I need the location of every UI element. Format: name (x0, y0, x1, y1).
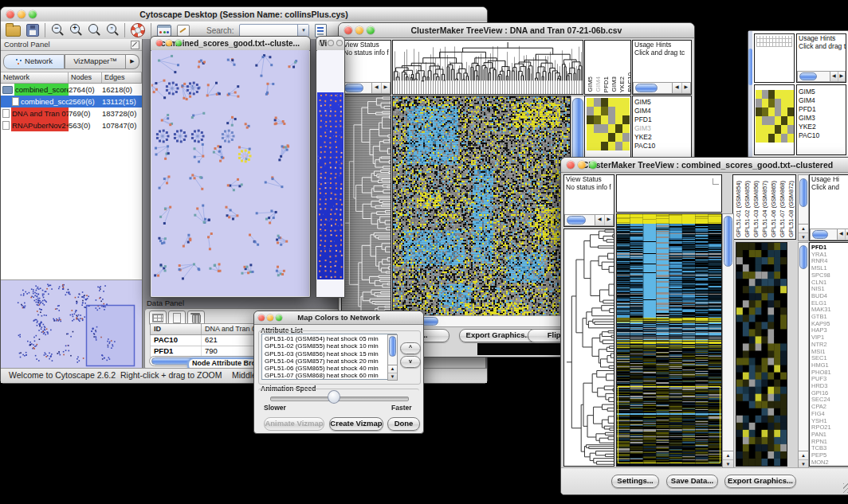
zoom-in-icon[interactable]: + (69, 24, 82, 37)
attribute-item[interactable]: GPL51-03 (GSM856) heat shock 15 min (265, 350, 396, 357)
hscrollbar[interactable]: ◀▶ (342, 82, 391, 94)
hscrollbar[interactable]: ◀▶ (564, 214, 614, 226)
row-dendrogram-canvas[interactable] (342, 96, 391, 326)
column-label[interactable]: PAC10 (626, 72, 631, 92)
attribute-list-vscrollbar[interactable]: ▲▼ (387, 334, 398, 381)
row-dendrogram-panel[interactable] (341, 96, 391, 326)
scroll-down-arrow[interactable]: ▼ (799, 233, 808, 241)
column-label[interactable]: GIM3 (610, 76, 618, 92)
zoom-out-icon[interactable]: − (51, 24, 64, 37)
settings-button[interactable]: Settings... (611, 475, 659, 488)
help-icon[interactable] (131, 23, 145, 37)
column-dendrogram-canvas[interactable] (393, 41, 583, 94)
move-up-button[interactable]: ^ (400, 342, 421, 354)
annotation-icon[interactable] (177, 25, 190, 37)
scrollbar-thumb[interactable] (799, 178, 807, 207)
zoom-actual-icon[interactable] (88, 24, 100, 37)
column-label[interactable]: YKE2 (618, 76, 626, 92)
scroll-up-arrow[interactable]: ▲ (723, 451, 733, 460)
row-dendrogram-panel[interactable] (563, 229, 614, 467)
scroll-right-arrow[interactable]: ▶ (605, 215, 614, 225)
column-label[interactable]: GIM4 (595, 76, 602, 92)
treeview2-titlebar[interactable]: ClusterMaker TreeView : combined_scores_… (561, 158, 848, 173)
network-row-rnapuber[interactable]: RNAPuberNov2+| 563(0) 107847(0) (1, 119, 142, 131)
move-down-button[interactable]: v (400, 356, 421, 368)
report-icon[interactable] (315, 24, 327, 37)
network-row-combined-scores[interactable]: combined_scores 2764(0) 16218(0) (1, 84, 142, 96)
gene-label[interactable]: YKE2 (633, 133, 691, 142)
zoom-heatmap-canvas[interactable] (736, 243, 787, 466)
scrollbar-thumb[interactable] (635, 84, 658, 92)
scrollbar-thumb[interactable] (389, 336, 396, 357)
labels-vscrollbar[interactable]: ▲▼ (798, 174, 809, 241)
scroll-left-arrow[interactable]: ◀ (830, 72, 838, 81)
minimize-button[interactable] (267, 315, 273, 321)
network-overview-panel[interactable] (1, 279, 142, 369)
minimize-button[interactable] (355, 26, 363, 34)
search-dropdown-arrow[interactable]: ▼ (297, 25, 308, 37)
gene-label[interactable]: PAC10 (797, 131, 846, 140)
hscrollbar[interactable]: ◀▶ (797, 71, 846, 82)
scroll-down-arrow[interactable]: ▼ (388, 373, 397, 381)
gene-label[interactable]: GIM4 (633, 107, 691, 115)
zoom-heatmap-panel[interactable] (736, 242, 787, 467)
main-titlebar[interactable]: Cytoscape Desktop (Session Name: collins… (1, 7, 487, 22)
scrollbar-thumb[interactable] (724, 216, 732, 267)
gene-label[interactable]: YKE2 (797, 123, 846, 131)
heatmap-canvas[interactable] (393, 96, 570, 326)
network-overview-canvas[interactable] (1, 280, 140, 369)
mini-heatmap-matrix[interactable] (587, 98, 630, 150)
scroll-up-arrow[interactable]: ▲ (799, 225, 808, 233)
speed-slider-thumb[interactable] (328, 390, 340, 404)
minimize-button[interactable] (18, 10, 26, 18)
maximize-button[interactable] (175, 40, 182, 46)
minimize-button[interactable] (328, 40, 334, 46)
resize-grip[interactable] (843, 483, 848, 493)
gene-label[interactable]: MON2 (810, 459, 848, 467)
column-label[interactable]: PFD1 (603, 76, 610, 92)
column-dendrogram-panel[interactable] (616, 174, 722, 213)
attribute-item[interactable]: GPL51-04 (GSM857) heat shock 20 min (265, 357, 396, 365)
scroll-right-arrow[interactable]: ▶ (838, 72, 846, 81)
background-window-titlebar[interactable]: Vi (316, 37, 344, 51)
scrollbar-thumb[interactable] (344, 84, 363, 92)
attribute-item[interactable]: GPL51-01 (GSM854) heat shock 05 min (265, 335, 396, 342)
maximize-button[interactable] (367, 26, 375, 34)
scroll-left-arrow[interactable]: ◀ (372, 83, 382, 93)
float-panel-icon[interactable] (131, 41, 139, 49)
scrollbar-thumb[interactable] (799, 245, 807, 269)
gene-label[interactable]: GIM3 (797, 114, 846, 123)
maximize-button[interactable] (29, 10, 37, 18)
export-graphics-button[interactable]: Export Graphics... (724, 475, 796, 488)
save-data-button[interactable]: Save Data... (666, 475, 718, 488)
scrollbar-thumb[interactable] (748, 49, 752, 85)
maximize-button[interactable] (589, 161, 597, 169)
heatmap-canvas[interactable] (617, 214, 721, 466)
partial-dendrogram-panel[interactable] (754, 33, 795, 83)
hscrollbar[interactable]: ◀▶ (810, 229, 848, 240)
gene-label[interactable]: GIM3 (633, 124, 691, 133)
gene-label[interactable]: GIM5 (797, 88, 846, 96)
row-dendrogram-canvas[interactable] (564, 229, 614, 466)
save-icon[interactable] (26, 24, 39, 37)
gene-list-vscrollbar[interactable]: ▲▼ (798, 242, 809, 468)
hscrollbar[interactable]: ◀▶ (633, 82, 691, 94)
scroll-left-arrow[interactable]: ◀ (673, 83, 682, 93)
network-canvas-area[interactable] (151, 50, 309, 296)
scrollbar-thumb[interactable] (812, 230, 828, 239)
scrollbar-thumb[interactable] (799, 72, 817, 80)
minimize-button[interactable] (578, 161, 586, 169)
dense-network-canvas[interactable] (317, 92, 344, 279)
network-graph-canvas[interactable] (151, 50, 309, 296)
scroll-left-arrow[interactable]: ◀ (838, 229, 846, 240)
gene-label[interactable]: PAC10 (633, 142, 691, 150)
attribute-item[interactable]: GPL51-02 (GSM855) heat shock 10 min (265, 342, 396, 350)
close-button[interactable] (6, 10, 14, 18)
animate-vizmap-button[interactable]: Animate Vizmap (264, 417, 324, 431)
partial-vscrollbar[interactable] (748, 31, 752, 158)
zoom-selected-icon[interactable]: ▫ (106, 24, 119, 37)
treeview1-titlebar[interactable]: ClusterMaker TreeView : DNA and Tran 07-… (339, 23, 694, 38)
maximize-button[interactable] (276, 315, 282, 321)
gene-label[interactable]: PFD1 (797, 105, 846, 114)
close-button[interactable] (567, 161, 575, 169)
